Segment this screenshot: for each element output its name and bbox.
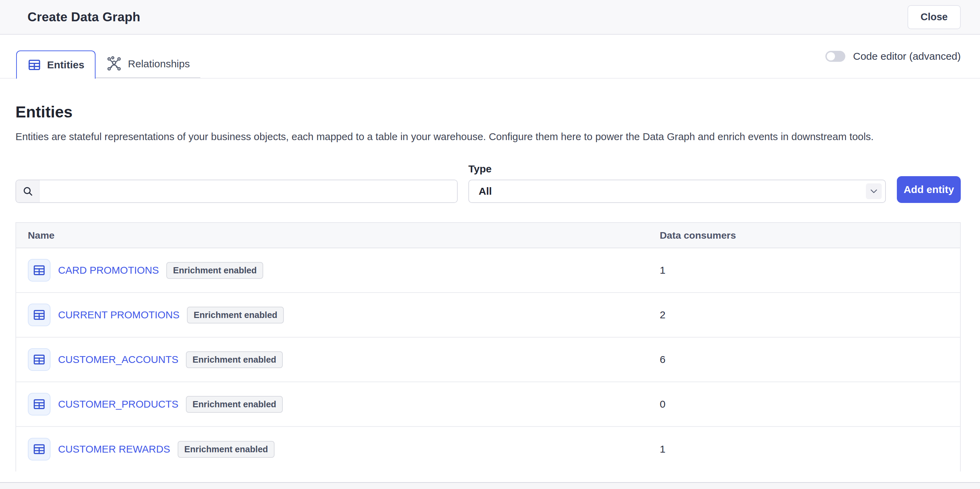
entity-table-icon: [28, 303, 51, 326]
page-title: Create Data Graph: [27, 10, 140, 24]
type-select[interactable]: All: [468, 179, 886, 203]
modal-header: Create Data Graph Close: [0, 0, 980, 35]
table-row: CUSTOMER_PRODUCTS Enrichment enabled 0: [16, 382, 960, 427]
tab-relationships[interactable]: Relationships: [95, 51, 200, 78]
tab-relationships-label: Relationships: [128, 58, 190, 70]
entity-name-cell: CUSTOMER_PRODUCTS Enrichment enabled: [16, 393, 660, 416]
entities-panel: Entities Entities are stateful represent…: [0, 103, 980, 472]
entity-table-icon: [28, 259, 51, 282]
enrichment-badge: Enrichment enabled: [187, 306, 284, 324]
column-header-name: Name: [16, 230, 660, 241]
entity-name-link[interactable]: CURRENT PROMOTIONS: [58, 309, 179, 321]
chevron-down-icon: [866, 183, 882, 199]
entity-table-icon: [28, 438, 51, 460]
enrichment-badge: Enrichment enabled: [186, 396, 283, 413]
data-consumers-value: 1: [660, 443, 960, 455]
data-consumers-value: 0: [660, 399, 960, 410]
entity-table-icon: [28, 348, 51, 371]
entity-name-link[interactable]: CARD PROMOTIONS: [58, 264, 159, 276]
column-header-data-consumers: Data consumers: [660, 230, 960, 241]
footer-strip: [0, 482, 980, 489]
relationships-graph-icon: [106, 56, 122, 72]
entities-table: Name Data consumers CARD PROMOTIONS Enri…: [16, 222, 961, 472]
entity-name-link[interactable]: CUSTOMER_PRODUCTS: [58, 399, 178, 410]
add-entity-button[interactable]: Add entity: [897, 176, 961, 203]
code-editor-toggle[interactable]: [826, 51, 845, 62]
section-heading: Entities: [16, 103, 961, 121]
entity-table-icon: [28, 393, 51, 416]
type-filter-group: Type All: [468, 163, 886, 203]
type-label: Type: [468, 163, 886, 175]
enrichment-badge: Enrichment enabled: [166, 262, 263, 279]
code-editor-label: Code editor (advanced): [853, 51, 961, 62]
search-box: [16, 179, 458, 203]
tab-entities-label: Entities: [47, 59, 84, 71]
table-row: CARD PROMOTIONS Enrichment enabled 1: [16, 248, 960, 293]
close-button[interactable]: Close: [907, 5, 961, 29]
table-row: CUSTOMER REWARDS Enrichment enabled 1: [16, 427, 960, 472]
table-row: CURRENT PROMOTIONS Enrichment enabled 2: [16, 293, 960, 338]
table-header: Name Data consumers: [16, 223, 960, 248]
enrichment-badge: Enrichment enabled: [178, 441, 275, 458]
data-consumers-value: 1: [660, 264, 960, 276]
data-consumers-value: 6: [660, 354, 960, 365]
data-consumers-value: 2: [660, 309, 960, 321]
type-select-value: All: [479, 186, 492, 197]
entity-name-cell: CARD PROMOTIONS Enrichment enabled: [16, 259, 660, 282]
entity-name-link[interactable]: CUSTOMER_ACCOUNTS: [58, 354, 178, 365]
entity-name-cell: CUSTOMER_ACCOUNTS Enrichment enabled: [16, 348, 660, 371]
entity-name-link[interactable]: CUSTOMER REWARDS: [58, 443, 170, 455]
table-row: CUSTOMER_ACCOUNTS Enrichment enabled 6: [16, 338, 960, 382]
table-body: CARD PROMOTIONS Enrichment enabled 1 CUR…: [16, 248, 960, 472]
tab-entities[interactable]: Entities: [16, 51, 95, 79]
section-description: Entities are stateful representations of…: [16, 131, 895, 143]
entity-name-cell: CUSTOMER REWARDS Enrichment enabled: [16, 438, 660, 460]
search-icon: [16, 180, 40, 202]
table-icon: [27, 58, 41, 72]
filter-row: Type All Add entity: [16, 163, 961, 203]
tab-strip: Entities Relationships Code editor (adv: [0, 35, 980, 79]
enrichment-badge: Enrichment enabled: [186, 351, 283, 368]
code-editor-toggle-group: Code editor (advanced): [826, 51, 961, 62]
toggle-knob: [827, 52, 835, 60]
search-input[interactable]: [40, 180, 457, 202]
entity-name-cell: CURRENT PROMOTIONS Enrichment enabled: [16, 303, 660, 326]
